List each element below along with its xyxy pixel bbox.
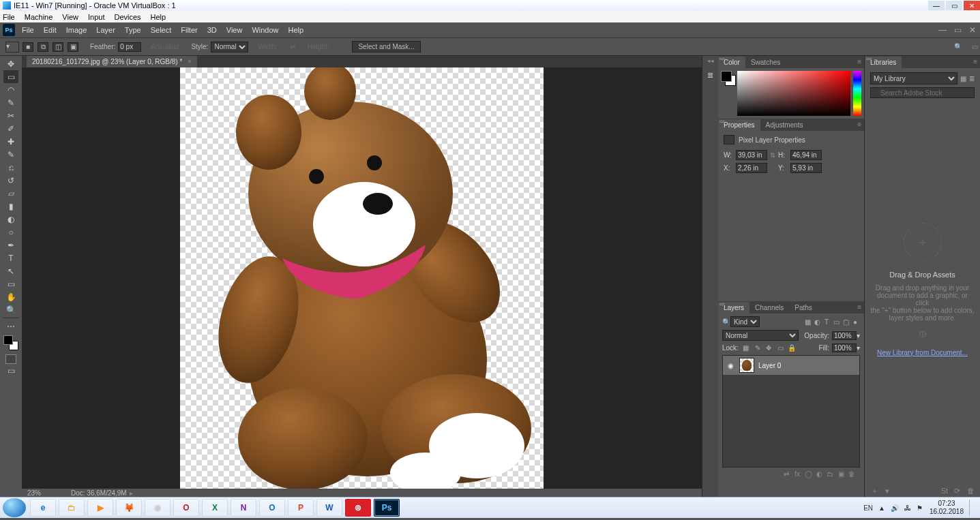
selection-intersect-icon[interactable]: ▣ <box>68 42 78 52</box>
ps-menu-image[interactable]: Image <box>66 26 87 34</box>
library-sync-icon[interactable]: ⟳ <box>952 487 963 495</box>
edit-toolbar-icon[interactable]: ⋯ <box>3 320 18 333</box>
info-icon[interactable]: ⓘ <box>919 330 926 339</box>
vbox-menu-machine[interactable]: Machine <box>25 13 53 21</box>
filter-toggle-icon[interactable]: ● <box>850 318 860 326</box>
search-icon[interactable]: 🔍 <box>953 42 964 52</box>
opacity-arrow-icon[interactable]: ▾ <box>857 332 860 339</box>
color-field[interactable] <box>737 71 850 116</box>
new-layer-icon[interactable]: ▣ <box>835 470 846 478</box>
canvas[interactable] <box>22 67 702 489</box>
taskbar-creative-cloud-icon[interactable]: ⊚ <box>345 499 371 517</box>
filter-adjust-icon[interactable]: ◐ <box>812 318 822 326</box>
ps-menu-edit[interactable]: Edit <box>44 26 57 34</box>
vbox-menu-file[interactable]: File <box>3 13 15 21</box>
library-grid-view-icon[interactable]: ▦ <box>960 75 966 82</box>
close-tab-icon[interactable]: × <box>188 58 192 65</box>
type-tool-icon[interactable]: T <box>3 251 18 264</box>
ps-menu-window[interactable]: Window <box>252 26 278 34</box>
library-stock-icon[interactable]: St <box>939 487 950 495</box>
ps-restore-button[interactable]: ▭ <box>950 25 965 35</box>
move-tool-icon[interactable]: ✥ <box>3 57 18 70</box>
selection-new-icon[interactable]: ■ <box>23 42 33 52</box>
ps-menu-file[interactable]: File <box>22 26 34 34</box>
show-desktop-button[interactable] <box>969 500 975 516</box>
hand-tool-icon[interactable]: ✋ <box>3 290 18 303</box>
screen-mode-icon[interactable]: ▭ <box>3 364 18 377</box>
filter-pixel-icon[interactable]: ▦ <box>803 318 812 326</box>
hue-slider[interactable] <box>853 71 861 116</box>
library-add-menu-icon[interactable]: ▾ <box>882 487 893 495</box>
library-add-icon[interactable]: ＋ <box>869 486 880 496</box>
layer-thumbnail[interactable] <box>739 358 754 373</box>
taskbar-powerpoint-icon[interactable]: P <box>288 499 314 517</box>
filter-type-icon[interactable]: T <box>822 318 831 326</box>
healing-brush-tool-icon[interactable]: ✚ <box>3 135 18 148</box>
filter-shape-icon[interactable]: ▭ <box>831 318 841 326</box>
history-panel-icon[interactable]: ≣ <box>704 68 717 82</box>
select-and-mask-button[interactable]: Select and Mask... <box>352 41 420 52</box>
pen-tool-icon[interactable]: ✒ <box>3 239 18 251</box>
tray-clock[interactable]: 07:23 16.02.2018 <box>930 500 964 516</box>
color-panel-menu-icon[interactable]: ≡ <box>853 58 861 65</box>
fill-value[interactable]: 100% <box>832 343 857 352</box>
marquee-tool-icon[interactable]: ▭ <box>3 70 18 83</box>
vbox-maximize-button[interactable]: ▭ <box>946 1 962 10</box>
rail-expand-icon[interactable]: ◂◂ <box>704 56 717 65</box>
taskbar-chrome-icon[interactable]: ◉ <box>145 499 170 517</box>
layer-mask-icon[interactable]: ◯ <box>803 470 814 478</box>
blur-tool-icon[interactable]: ◐ <box>3 213 18 226</box>
taskbar-wmp-icon[interactable]: ▶ <box>87 499 113 517</box>
taskbar-word-icon[interactable]: W <box>316 499 342 517</box>
eyedropper-tool-icon[interactable]: ✐ <box>3 122 18 135</box>
status-more-icon[interactable]: ▸ <box>130 489 133 497</box>
library-search-input[interactable] <box>870 87 975 98</box>
quick-mask-icon[interactable] <box>5 354 16 364</box>
layer-visibility-icon[interactable]: ◉ <box>726 362 735 369</box>
lasso-tool-icon[interactable]: ◠ <box>3 83 18 96</box>
ps-menu-select[interactable]: Select <box>151 26 172 34</box>
tool-preset-picker[interactable]: ▾ <box>5 42 19 52</box>
layer-name[interactable]: Layer 0 <box>758 362 781 369</box>
tray-network-icon[interactable]: 🖧 <box>904 504 911 512</box>
taskbar-onenote-icon[interactable]: N <box>231 499 256 517</box>
eraser-tool-icon[interactable]: ▱ <box>3 187 18 200</box>
taskbar-opera-icon[interactable]: O <box>173 499 199 517</box>
clone-stamp-tool-icon[interactable]: ⎌ <box>3 161 18 174</box>
prop-y-input[interactable] <box>790 163 822 173</box>
vbox-menu-view[interactable]: View <box>62 13 78 21</box>
shape-tool-icon[interactable]: ▭ <box>3 277 18 290</box>
color-picker-swatch[interactable] <box>721 71 736 86</box>
new-library-link[interactable]: New Library from Document... <box>877 349 968 356</box>
delete-layer-icon[interactable]: 🗑 <box>846 470 857 478</box>
tray-lang[interactable]: EN <box>863 504 873 512</box>
group-icon[interactable]: 🗀 <box>825 470 835 478</box>
link-wh-icon[interactable]: ⇅ <box>767 151 778 159</box>
adjustment-layer-icon[interactable]: ◐ <box>814 470 825 478</box>
ps-menu-help[interactable]: Help <box>288 26 304 34</box>
blend-mode-select[interactable]: Normal <box>722 330 799 341</box>
taskbar-photoshop-icon[interactable]: Ps <box>374 499 400 517</box>
taskbar-excel-icon[interactable]: X <box>202 499 228 517</box>
layer-fx-icon[interactable]: fx <box>792 470 803 478</box>
layer-filter-icon[interactable]: 🔍 <box>722 318 730 326</box>
vbox-close-button[interactable]: ✕ <box>964 1 980 10</box>
gradient-tool-icon[interactable]: ▮ <box>3 200 18 213</box>
feather-input[interactable] <box>118 42 141 52</box>
zoom-tool-icon[interactable]: 🔍 <box>3 303 18 316</box>
library-drop-zone[interactable]: ＋ Drag & Drop Assets Drag and drop anyth… <box>870 98 975 480</box>
layer-row[interactable]: ◉ Layer 0 <box>723 356 859 375</box>
filter-smart-icon[interactable]: ▢ <box>841 318 850 326</box>
library-select[interactable]: My Library <box>870 72 957 85</box>
ps-close-button[interactable]: ✕ <box>965 25 980 35</box>
history-brush-tool-icon[interactable]: ↺ <box>3 174 18 187</box>
lock-position-icon[interactable]: ✥ <box>764 344 773 352</box>
brush-tool-icon[interactable]: ✎ <box>3 148 18 161</box>
tab-adjustments[interactable]: Adjustments <box>760 119 809 131</box>
style-select[interactable]: Normal <box>211 42 248 52</box>
selection-add-icon[interactable]: ⧉ <box>38 42 48 52</box>
taskbar-ie-icon[interactable]: e <box>30 499 56 517</box>
crop-tool-icon[interactable]: ✂ <box>3 109 18 122</box>
layers-panel-menu-icon[interactable]: ≡ <box>853 303 861 310</box>
opacity-value[interactable]: 100% <box>832 331 857 340</box>
